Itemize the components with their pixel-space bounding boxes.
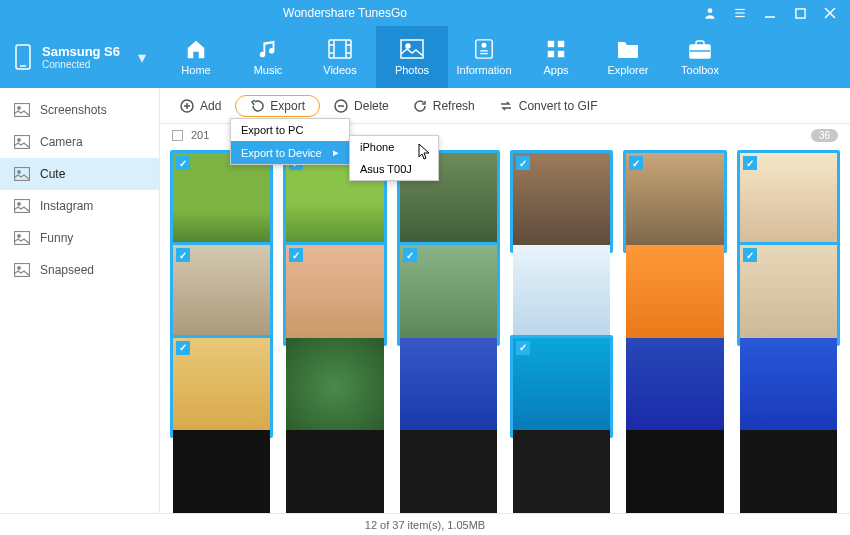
thumbnail[interactable]	[510, 427, 613, 513]
refresh-label: Refresh	[433, 99, 475, 113]
user-icon[interactable]	[702, 5, 718, 21]
export-target-iphone[interactable]: iPhone	[350, 136, 438, 158]
thumbnail[interactable]	[623, 242, 726, 345]
export-to-device[interactable]: Export to Device▸	[231, 141, 349, 164]
thumbnail[interactable]	[170, 150, 273, 253]
group-date: 201	[191, 129, 209, 141]
refresh-icon	[413, 99, 427, 113]
thumbnail-image	[513, 430, 610, 513]
svg-point-20	[482, 44, 486, 48]
svg-rect-25	[548, 51, 554, 57]
export-target-asus[interactable]: Asus T00J	[350, 158, 438, 180]
export-to-pc[interactable]: Export to PC	[231, 119, 349, 141]
thumbnail[interactable]	[397, 242, 500, 345]
nav-label: Photos	[395, 64, 429, 76]
maximize-button[interactable]	[792, 5, 808, 21]
thumbnail[interactable]	[170, 242, 273, 345]
menu-icon[interactable]	[732, 5, 748, 21]
sidebar-item-instagram[interactable]: Instagram	[0, 190, 159, 222]
check-icon	[743, 156, 757, 170]
convert-icon	[499, 99, 513, 113]
thumbnail-image	[626, 430, 723, 513]
svg-rect-46	[173, 130, 183, 140]
thumbnail-image	[513, 245, 610, 342]
thumbnail[interactable]	[283, 242, 386, 345]
thumbnail[interactable]	[623, 150, 726, 253]
nav-music[interactable]: Music	[232, 26, 304, 88]
sidebar-item-snapseed[interactable]: Snapseed	[0, 254, 159, 286]
thumbnail-image	[400, 338, 497, 435]
svg-rect-26	[558, 51, 564, 57]
nav-bar: Samsung S6 Connected ▾ HomeMusicVideosPh…	[0, 26, 850, 88]
sidebar: ScreenshotsCameraCuteInstagramFunnySnaps…	[0, 88, 160, 513]
svg-rect-35	[15, 200, 30, 213]
thumbnail[interactable]	[737, 242, 840, 345]
sidebar-label: Instagram	[40, 199, 93, 213]
thumbnail[interactable]	[623, 335, 726, 438]
nav-information[interactable]: Information	[448, 26, 520, 88]
svg-point-0	[708, 8, 713, 13]
thumbnail[interactable]	[510, 242, 613, 345]
thumbnail[interactable]	[510, 150, 613, 253]
check-icon	[743, 248, 757, 262]
nav-label: Explorer	[608, 64, 649, 76]
thumbnail[interactable]	[397, 335, 500, 438]
photos-icon	[399, 38, 425, 60]
thumbnail-grid	[160, 146, 850, 513]
refresh-button[interactable]: Refresh	[403, 95, 485, 117]
svg-rect-10	[329, 40, 351, 58]
sidebar-item-camera[interactable]: Camera	[0, 126, 159, 158]
svg-rect-23	[548, 41, 554, 47]
checkbox-icon[interactable]	[172, 130, 183, 141]
nav-toolbox[interactable]: Toolbox	[664, 26, 736, 88]
svg-rect-19	[476, 40, 493, 58]
svg-rect-33	[15, 168, 30, 181]
information-icon	[471, 38, 497, 60]
minimize-button[interactable]	[762, 5, 778, 21]
device-selector[interactable]: Samsung S6 Connected ▾	[0, 26, 160, 88]
convert-gif-button[interactable]: Convert to GIF	[489, 95, 608, 117]
picture-icon	[14, 231, 30, 245]
check-icon	[516, 341, 530, 355]
phone-icon	[14, 44, 32, 70]
chevron-right-icon: ▸	[333, 146, 339, 159]
close-button[interactable]	[822, 5, 838, 21]
nav-explorer[interactable]: Explorer	[592, 26, 664, 88]
check-icon	[629, 156, 643, 170]
svg-point-36	[18, 203, 21, 206]
thumbnail[interactable]	[283, 427, 386, 513]
add-button[interactable]: Add	[170, 95, 231, 117]
thumbnail[interactable]	[397, 427, 500, 513]
chevron-down-icon: ▾	[138, 48, 146, 67]
title-bar: Wondershare TunesGo	[0, 0, 850, 26]
main-area: ScreenshotsCameraCuteInstagramFunnySnaps…	[0, 88, 850, 513]
nav-photos[interactable]: Photos	[376, 26, 448, 88]
sidebar-item-cute[interactable]: Cute	[0, 158, 159, 190]
sidebar-item-funny[interactable]: Funny	[0, 222, 159, 254]
device-info: Samsung S6 Connected	[42, 44, 120, 70]
status-text: 12 of 37 item(s), 1.05MB	[365, 519, 485, 531]
music-icon	[255, 38, 281, 60]
check-icon	[289, 248, 303, 262]
nav-label: Toolbox	[681, 64, 719, 76]
nav-videos[interactable]: Videos	[304, 26, 376, 88]
nav-home[interactable]: Home	[160, 26, 232, 88]
add-label: Add	[200, 99, 221, 113]
svg-rect-39	[15, 264, 30, 277]
delete-button[interactable]: Delete	[324, 95, 399, 117]
thumbnail[interactable]	[737, 150, 840, 253]
thumbnail[interactable]	[510, 335, 613, 438]
svg-rect-17	[401, 40, 423, 58]
thumbnail[interactable]	[737, 335, 840, 438]
thumbnail[interactable]	[283, 335, 386, 438]
nav-apps[interactable]: Apps	[520, 26, 592, 88]
svg-rect-24	[558, 41, 564, 47]
sidebar-item-screenshots[interactable]: Screenshots	[0, 94, 159, 126]
thumbnail[interactable]	[170, 427, 273, 513]
thumbnail[interactable]	[737, 427, 840, 513]
thumbnail[interactable]	[170, 335, 273, 438]
thumbnail-image	[740, 338, 837, 435]
content-area: Add Export Delete Refresh Convert to GIF…	[160, 88, 850, 513]
thumbnail[interactable]	[623, 427, 726, 513]
export-button[interactable]: Export	[235, 95, 320, 117]
